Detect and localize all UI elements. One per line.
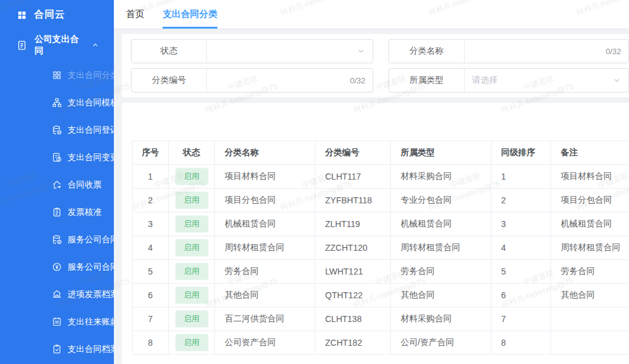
sidebar-item-expense-contract-category[interactable]: 支出合同分类 — [0, 61, 114, 89]
cell-remark — [551, 331, 629, 355]
home-arrow-icon — [52, 180, 62, 190]
cell-index: 8 — [133, 331, 169, 355]
sidebar-item-expense-current-accounts[interactable]: 支出往来账款 — [0, 308, 114, 335]
cell-index: 5 — [133, 260, 169, 284]
cell-remark: 劳务合同 — [551, 260, 629, 284]
table-row[interactable]: 6 启用 其他合同 QTHT122 其他合同 6 其他合同 — [133, 284, 629, 307]
table-row[interactable]: 2 启用 项目分包合同 ZYFBHT118 专业分包合同 2 项目分包合同 — [133, 189, 629, 212]
sidebar-item-label: 支出合同模板 — [68, 97, 114, 108]
filter-category-name-label: 分类名称 — [389, 40, 465, 63]
table-row[interactable]: 1 启用 项目材料合同 CLHT117 材料采购合同 1 项目材料合同 — [133, 165, 629, 189]
sidebar-item-expense-contract-register[interactable]: 支出合同登记 — [0, 116, 114, 144]
cell-status: 启用 — [169, 189, 215, 212]
sidebar-item-expense-contract-template[interactable]: 支出合同模板 — [0, 89, 114, 116]
cell-order: 6 — [491, 284, 551, 307]
chevron-up-icon[interactable] — [91, 41, 99, 49]
sidebar-item-label: 发票核准 — [68, 207, 102, 218]
sidebar-item-label: 支出合同变更 — [68, 152, 114, 163]
table-row[interactable]: 4 启用 周转材租赁合同 ZZCHT120 周转材租赁合同 4 周转材租赁合同 — [133, 236, 629, 260]
status-badge: 启用 — [175, 310, 208, 327]
cell-remark — [551, 307, 629, 331]
tab-home[interactable]: 首页 — [126, 9, 144, 29]
filter-panel: 状态 分类名称 0/32 分类编号 0/32 所属类型 — [122, 34, 629, 97]
column-header-order: 同级排序 — [491, 141, 551, 165]
sidebar-item-service-contract-payment[interactable]: 服务公司合同付款 — [0, 253, 114, 281]
yen-circle-icon — [52, 262, 62, 272]
cell-index: 3 — [133, 212, 169, 236]
cell-code: ZYFBHT118 — [315, 189, 391, 212]
table-row[interactable]: 8 启用 公司资产合同 ZCHT182 公司/资产合同 8 — [133, 331, 629, 355]
main-area: 首页 支出合同分类 状态 分类名称 0/32 分类编号 — [114, 0, 629, 364]
app-logo-icon — [16, 10, 27, 21]
column-header-index: 序号 — [133, 141, 169, 165]
cell-type: 公司/资产合同 — [391, 331, 491, 355]
filter-category-code: 分类编号 0/32 — [131, 68, 373, 93]
cell-remark: 项目材料合同 — [551, 165, 629, 189]
cell-index: 1 — [133, 165, 169, 189]
sidebar-item-expense-contract-change[interactable]: 支出合同变更 — [0, 144, 114, 171]
sidebar-item-label: 支出合同分类 — [68, 70, 114, 81]
cell-name: 周转材租赁合同 — [215, 236, 315, 260]
cell-status: 启用 — [169, 165, 215, 189]
cell-order: 1 — [491, 165, 551, 189]
sidebar-item-contract-receipt[interactable]: 合同收票 — [0, 171, 114, 198]
sidebar-item-service-contract-settlement[interactable]: 服务公司合同结算 — [0, 226, 114, 253]
column-header-type: 所属类型 — [391, 141, 491, 165]
sidebar-group-company-expense-contract[interactable]: 公司支出合同 — [0, 33, 114, 57]
filter-parent-type: 所属类型 请选择 — [388, 68, 629, 93]
sidebar-item-invoice-approval[interactable]: 发票核准 — [0, 198, 114, 226]
sidebar-item-label: 服务公司合同结算 — [68, 234, 114, 245]
cell-name: 其他合同 — [215, 284, 315, 307]
status-badge: 启用 — [175, 168, 208, 185]
cell-order: 3 — [491, 212, 551, 236]
cell-name: 公司资产合同 — [215, 331, 315, 355]
app-window: 合同云 公司支出合同 支出合同分类 支出合同模板 支出合同登记 支出合同变更 — [0, 0, 629, 364]
tab-expense-contract-category[interactable]: 支出合同分类 — [163, 9, 217, 29]
column-header-name: 分类名称 — [215, 141, 315, 165]
cell-name: 劳务合同 — [215, 260, 315, 284]
char-counter: 0/32 — [350, 76, 365, 85]
status-select[interactable] — [207, 40, 373, 63]
table-row[interactable]: 5 启用 劳务合同 LWHT121 劳务合同 5 劳务合同 — [133, 260, 629, 284]
status-badge: 启用 — [175, 239, 208, 256]
sidebar-item-expense-contract-archive[interactable]: 支出合同档案 — [0, 335, 114, 363]
chevron-down-icon — [357, 47, 365, 55]
filter-parent-type-label: 所属类型 — [389, 69, 465, 92]
clipboard-check-icon — [52, 344, 62, 354]
sidebar-item-input-invoice-archive[interactable]: 进项发票档案 — [0, 281, 114, 308]
cell-index: 2 — [133, 189, 169, 212]
sidebar-group-label: 公司支出合同 — [35, 33, 84, 57]
filter-status: 状态 — [131, 39, 373, 63]
table-row[interactable]: 7 启用 百二河供货合同 CLHT138 材料采购合同 7 — [133, 307, 629, 331]
table-row[interactable]: 3 启用 机械租赁合同 ZLHT119 机械租赁合同 3 机械租赁合同 — [133, 212, 629, 236]
cell-order: 8 — [491, 331, 551, 355]
database-check-icon — [52, 125, 62, 135]
grid-icon — [52, 70, 62, 80]
cell-order: 2 — [491, 189, 551, 212]
document-refresh-icon — [52, 152, 62, 163]
tab-bar: 首页 支出合同分类 — [114, 0, 629, 29]
sidebar: 合同云 公司支出合同 支出合同分类 支出合同模板 支出合同登记 支出合同变更 — [0, 0, 114, 364]
category-name-input[interactable] — [472, 46, 601, 56]
parent-type-select[interactable]: 请选择 — [465, 69, 628, 92]
bank-icon — [52, 289, 62, 299]
sidebar-menu: 支出合同分类 支出合同模板 支出合同登记 支出合同变更 合同收票 发票核准 — [0, 61, 114, 363]
column-header-code: 分类编号 — [315, 141, 391, 165]
ledger-icon — [52, 317, 62, 327]
cell-code: CLHT117 — [315, 165, 391, 189]
category-code-input[interactable] — [214, 75, 345, 85]
filter-status-label: 状态 — [132, 40, 207, 63]
chevron-down-icon — [613, 76, 621, 85]
char-counter: 0/32 — [606, 47, 621, 56]
cell-order: 7 — [491, 307, 551, 331]
cell-status: 启用 — [169, 260, 215, 284]
table-header-row: 序号 状态 分类名称 分类编号 所属类型 同级排序 备注 — [133, 141, 629, 165]
cell-index: 7 — [133, 307, 169, 331]
status-badge: 启用 — [175, 192, 208, 209]
cell-name: 百二河供货合同 — [215, 307, 315, 331]
table-panel: 序号 状态 分类名称 分类编号 所属类型 同级排序 备注 1 启用 项目材料合同 — [122, 103, 629, 364]
cell-type: 机械租赁合同 — [391, 212, 491, 236]
cell-status: 启用 — [169, 331, 215, 355]
column-header-status: 状态 — [169, 141, 215, 165]
category-table: 序号 状态 分类名称 分类编号 所属类型 同级排序 备注 1 启用 项目材料合同 — [132, 141, 629, 355]
